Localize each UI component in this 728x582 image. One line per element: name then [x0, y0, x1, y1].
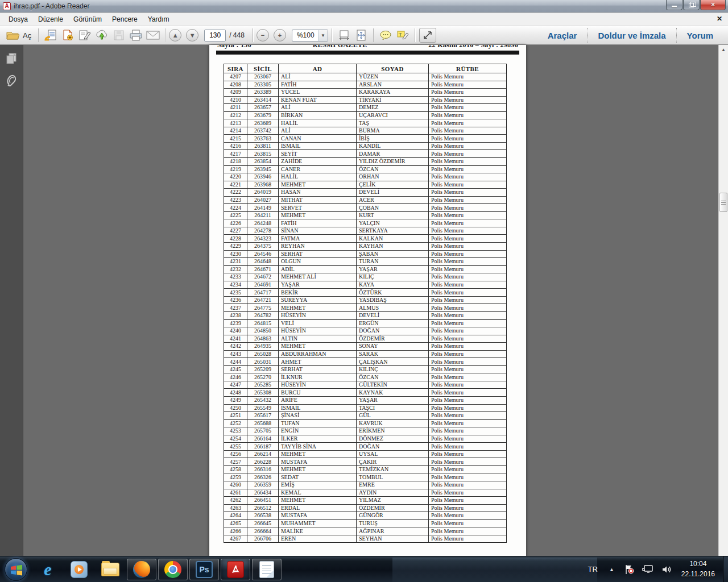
- cell-soyad: TURAN: [357, 258, 429, 266]
- minimize-icon: [672, 6, 677, 7]
- cell-soyad: GÜNGÖR: [357, 512, 429, 520]
- close-document-button[interactable]: ✕: [717, 15, 722, 23]
- clock[interactable]: 10:04 22.11.2016: [676, 559, 722, 579]
- cell-sira: 4249: [224, 396, 247, 404]
- restore-button[interactable]: [683, 0, 700, 10]
- tools-button[interactable]: Araçlar: [537, 31, 588, 40]
- taskbar-internet-explorer[interactable]: e: [33, 558, 63, 581]
- page-thumbnails-button[interactable]: [5, 52, 18, 65]
- taskbar-windows-explorer[interactable]: [96, 558, 125, 581]
- fit-page-button[interactable]: [353, 28, 369, 43]
- add-page-button[interactable]: [60, 28, 76, 43]
- language-indicator[interactable]: TR: [582, 565, 603, 573]
- cell-ad: BEKİR: [279, 289, 357, 297]
- save-button[interactable]: [111, 28, 127, 43]
- close-button[interactable]: ✕: [700, 0, 726, 10]
- cell-rutbe: Polis Memuru: [429, 273, 507, 281]
- zoom-level-select[interactable]: %100 ▼: [292, 30, 328, 41]
- cell-sicil: 263968: [247, 181, 279, 189]
- scrollbar-thumb[interactable]: [719, 193, 727, 212]
- cell-sira: 4216: [224, 142, 247, 150]
- show-desktop-button[interactable]: [723, 556, 728, 582]
- cell-rutbe: Polis Memuru: [429, 304, 507, 312]
- cell-soyad: ÇAKIR: [357, 458, 429, 466]
- open-label[interactable]: Aç: [23, 31, 31, 40]
- cell-ad: HALİL: [279, 119, 357, 127]
- cell-sira: 4208: [224, 81, 247, 89]
- zoom-out-button[interactable]: −: [257, 29, 269, 41]
- cell-sicil: 264850: [247, 327, 279, 335]
- cell-rutbe: Polis Memuru: [429, 265, 507, 273]
- sign-icon: [78, 30, 91, 41]
- cell-soyad: YILMAZ: [357, 497, 429, 505]
- table-row: 4250265549İSMAİLTAŞCIPolis Memuru: [224, 404, 507, 412]
- email-button[interactable]: [145, 28, 161, 43]
- menu-gorunum[interactable]: Görünüm: [68, 13, 107, 26]
- cell-ad: MİTHAT: [279, 196, 357, 204]
- vertical-scrollbar[interactable]: ▲: [718, 45, 728, 556]
- zoom-in-button[interactable]: +: [274, 29, 286, 41]
- gazette-title: RESMİ GAZETE: [313, 45, 367, 49]
- cell-sicil: 266326: [247, 473, 279, 481]
- cell-rutbe: Polis Memuru: [429, 519, 507, 527]
- fill-sign-button[interactable]: Doldur ve İmzala: [588, 31, 676, 40]
- cell-ad: FATİH: [279, 81, 357, 89]
- taskbar-notepad[interactable]: [252, 559, 282, 580]
- taskbar-chrome[interactable]: [158, 559, 188, 580]
- action-center-button[interactable]: [620, 564, 638, 575]
- upload-cloud-button[interactable]: [94, 28, 110, 43]
- cell-rutbe: Polis Memuru: [429, 389, 507, 397]
- separator: [165, 28, 166, 42]
- menu-bar: Dosya Düzenle Görünüm Pencere Yardım ✕: [0, 13, 728, 26]
- cell-ad: EMİŞ: [279, 481, 357, 489]
- taskbar-media-player[interactable]: [64, 558, 94, 581]
- hidden-icons-arrow[interactable]: ▲: [603, 567, 620, 572]
- cell-soyad: ÖZDEMİR: [357, 504, 429, 512]
- cell-soyad: ALMUS: [357, 304, 429, 312]
- previous-page-button[interactable]: ▲: [169, 29, 181, 41]
- print-button[interactable]: [128, 28, 144, 43]
- comment-button-icon-area[interactable]: [378, 28, 394, 43]
- network-button[interactable]: [638, 565, 657, 574]
- comment-panel-button[interactable]: Yorum: [677, 31, 723, 40]
- cell-sicil: 266645: [247, 519, 279, 527]
- open-file-button[interactable]: [5, 28, 21, 43]
- sign-button[interactable]: [77, 28, 93, 43]
- menu-dosya[interactable]: Dosya: [3, 13, 33, 26]
- volume-button[interactable]: [657, 565, 676, 574]
- cell-rutbe: Polis Memuru: [429, 481, 507, 489]
- taskbar-photoshop[interactable]: Ps: [189, 559, 219, 580]
- cell-sicil: 266228: [247, 458, 279, 466]
- fullscreen-button[interactable]: [419, 28, 436, 43]
- cell-ad: YÜCEL: [279, 89, 357, 97]
- separator: [332, 28, 332, 42]
- start-button[interactable]: [5, 558, 27, 581]
- cell-rutbe: Polis Memuru: [429, 343, 507, 351]
- cell-soyad: TAŞCI: [357, 404, 429, 412]
- taskbar-adobe-reader[interactable]: [221, 559, 250, 580]
- cell-rutbe: Polis Memuru: [429, 465, 507, 473]
- table-row: 4263266512ERDALÖZDEMİRPolis Memuru: [224, 504, 507, 512]
- highlight-text-button[interactable]: T: [395, 28, 411, 43]
- cell-ad: İSMAİL: [279, 142, 357, 150]
- cell-sira: 4223: [224, 196, 247, 204]
- next-page-button[interactable]: ▼: [186, 29, 198, 41]
- photoshop-icon: Ps: [196, 561, 213, 578]
- attachments-button[interactable]: [5, 73, 18, 87]
- scroll-up-arrow-icon[interactable]: ▲: [719, 45, 728, 55]
- taskbar-firefox[interactable]: [127, 559, 156, 580]
- table-row: 4243265028ABDURRAHMANSARAKPolis Memuru: [224, 350, 507, 358]
- cell-rutbe: Polis Memuru: [429, 443, 507, 451]
- cell-sicil: 264672: [247, 273, 279, 281]
- menu-yardim[interactable]: Yardım: [143, 13, 175, 26]
- cell-rutbe: Polis Memuru: [429, 512, 507, 520]
- menu-pencere[interactable]: Pencere: [107, 13, 143, 26]
- save-copy-button[interactable]: [43, 28, 59, 43]
- fit-width-button[interactable]: [336, 28, 352, 43]
- chevron-down-icon: ▼: [318, 30, 328, 41]
- menu-duzenle[interactable]: Düzenle: [33, 13, 68, 26]
- page-number-input[interactable]: [205, 30, 225, 41]
- cell-ad: MEHMET: [279, 343, 357, 351]
- cell-ad: ALTIN: [279, 335, 357, 343]
- minimize-button[interactable]: [666, 0, 682, 10]
